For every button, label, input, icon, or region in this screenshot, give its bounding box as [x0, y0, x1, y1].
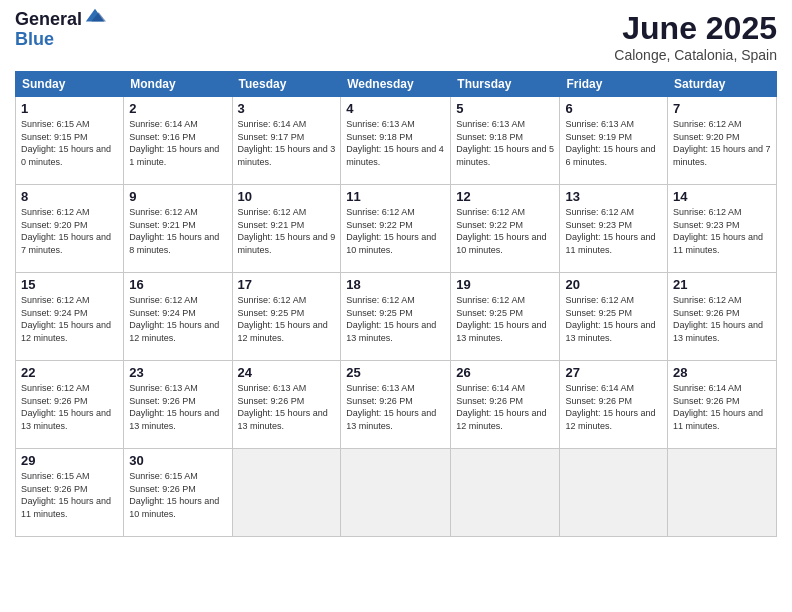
calendar-cell: 2Sunrise: 6:14 AMSunset: 9:16 PMDaylight…	[124, 97, 232, 185]
calendar-week-2: 15Sunrise: 6:12 AMSunset: 9:24 PMDayligh…	[16, 273, 777, 361]
calendar-week-3: 22Sunrise: 6:12 AMSunset: 9:26 PMDayligh…	[16, 361, 777, 449]
day-number: 9	[129, 189, 226, 204]
calendar-cell: 5Sunrise: 6:13 AMSunset: 9:18 PMDaylight…	[451, 97, 560, 185]
calendar-cell: 29Sunrise: 6:15 AMSunset: 9:26 PMDayligh…	[16, 449, 124, 537]
day-detail: Sunrise: 6:15 AMSunset: 9:26 PMDaylight:…	[129, 470, 226, 520]
calendar-table: Sunday Monday Tuesday Wednesday Thursday…	[15, 71, 777, 537]
day-number: 17	[238, 277, 336, 292]
day-detail: Sunrise: 6:13 AMSunset: 9:26 PMDaylight:…	[129, 382, 226, 432]
calendar-cell: 15Sunrise: 6:12 AMSunset: 9:24 PMDayligh…	[16, 273, 124, 361]
calendar-cell: 23Sunrise: 6:13 AMSunset: 9:26 PMDayligh…	[124, 361, 232, 449]
day-number: 21	[673, 277, 771, 292]
day-detail: Sunrise: 6:14 AMSunset: 9:16 PMDaylight:…	[129, 118, 226, 168]
calendar-week-4: 29Sunrise: 6:15 AMSunset: 9:26 PMDayligh…	[16, 449, 777, 537]
calendar-cell: 27Sunrise: 6:14 AMSunset: 9:26 PMDayligh…	[560, 361, 668, 449]
day-number: 14	[673, 189, 771, 204]
day-detail: Sunrise: 6:12 AMSunset: 9:26 PMDaylight:…	[673, 294, 771, 344]
calendar-cell: 6Sunrise: 6:13 AMSunset: 9:19 PMDaylight…	[560, 97, 668, 185]
calendar-cell: 17Sunrise: 6:12 AMSunset: 9:25 PMDayligh…	[232, 273, 341, 361]
calendar-cell: 25Sunrise: 6:13 AMSunset: 9:26 PMDayligh…	[341, 361, 451, 449]
calendar-cell: 10Sunrise: 6:12 AMSunset: 9:21 PMDayligh…	[232, 185, 341, 273]
logo-icon	[84, 5, 106, 27]
day-number: 27	[565, 365, 662, 380]
calendar-week-0: 1Sunrise: 6:15 AMSunset: 9:15 PMDaylight…	[16, 97, 777, 185]
day-detail: Sunrise: 6:12 AMSunset: 9:25 PMDaylight:…	[456, 294, 554, 344]
calendar-cell	[451, 449, 560, 537]
calendar-cell: 21Sunrise: 6:12 AMSunset: 9:26 PMDayligh…	[668, 273, 777, 361]
header-sunday: Sunday	[16, 72, 124, 97]
calendar-cell: 26Sunrise: 6:14 AMSunset: 9:26 PMDayligh…	[451, 361, 560, 449]
day-detail: Sunrise: 6:12 AMSunset: 9:25 PMDaylight:…	[565, 294, 662, 344]
day-number: 18	[346, 277, 445, 292]
calendar-cell: 9Sunrise: 6:12 AMSunset: 9:21 PMDaylight…	[124, 185, 232, 273]
day-number: 30	[129, 453, 226, 468]
day-detail: Sunrise: 6:12 AMSunset: 9:20 PMDaylight:…	[21, 206, 118, 256]
day-number: 13	[565, 189, 662, 204]
calendar-cell: 14Sunrise: 6:12 AMSunset: 9:23 PMDayligh…	[668, 185, 777, 273]
day-number: 7	[673, 101, 771, 116]
day-number: 2	[129, 101, 226, 116]
logo-text: General Blue	[15, 10, 106, 50]
day-detail: Sunrise: 6:14 AMSunset: 9:26 PMDaylight:…	[673, 382, 771, 432]
day-detail: Sunrise: 6:13 AMSunset: 9:26 PMDaylight:…	[238, 382, 336, 432]
day-number: 12	[456, 189, 554, 204]
day-detail: Sunrise: 6:12 AMSunset: 9:25 PMDaylight:…	[346, 294, 445, 344]
day-number: 5	[456, 101, 554, 116]
header: General Blue June 2025 Calonge, Cataloni…	[15, 10, 777, 63]
calendar-cell: 24Sunrise: 6:13 AMSunset: 9:26 PMDayligh…	[232, 361, 341, 449]
day-detail: Sunrise: 6:12 AMSunset: 9:24 PMDaylight:…	[21, 294, 118, 344]
day-detail: Sunrise: 6:12 AMSunset: 9:24 PMDaylight:…	[129, 294, 226, 344]
day-detail: Sunrise: 6:12 AMSunset: 9:22 PMDaylight:…	[456, 206, 554, 256]
calendar-cell: 12Sunrise: 6:12 AMSunset: 9:22 PMDayligh…	[451, 185, 560, 273]
day-number: 20	[565, 277, 662, 292]
day-number: 15	[21, 277, 118, 292]
day-number: 1	[21, 101, 118, 116]
day-detail: Sunrise: 6:12 AMSunset: 9:21 PMDaylight:…	[129, 206, 226, 256]
logo: General Blue	[15, 10, 106, 50]
day-detail: Sunrise: 6:14 AMSunset: 9:17 PMDaylight:…	[238, 118, 336, 168]
calendar-header-row: Sunday Monday Tuesday Wednesday Thursday…	[16, 72, 777, 97]
calendar-cell: 18Sunrise: 6:12 AMSunset: 9:25 PMDayligh…	[341, 273, 451, 361]
header-tuesday: Tuesday	[232, 72, 341, 97]
calendar-cell: 16Sunrise: 6:12 AMSunset: 9:24 PMDayligh…	[124, 273, 232, 361]
day-detail: Sunrise: 6:12 AMSunset: 9:26 PMDaylight:…	[21, 382, 118, 432]
day-detail: Sunrise: 6:15 AMSunset: 9:26 PMDaylight:…	[21, 470, 118, 520]
day-detail: Sunrise: 6:13 AMSunset: 9:19 PMDaylight:…	[565, 118, 662, 168]
calendar-cell: 11Sunrise: 6:12 AMSunset: 9:22 PMDayligh…	[341, 185, 451, 273]
day-number: 6	[565, 101, 662, 116]
day-number: 29	[21, 453, 118, 468]
calendar-cell: 22Sunrise: 6:12 AMSunset: 9:26 PMDayligh…	[16, 361, 124, 449]
day-detail: Sunrise: 6:12 AMSunset: 9:22 PMDaylight:…	[346, 206, 445, 256]
day-detail: Sunrise: 6:12 AMSunset: 9:20 PMDaylight:…	[673, 118, 771, 168]
logo-general: General	[15, 10, 82, 30]
day-detail: Sunrise: 6:14 AMSunset: 9:26 PMDaylight:…	[456, 382, 554, 432]
header-monday: Monday	[124, 72, 232, 97]
calendar-cell: 13Sunrise: 6:12 AMSunset: 9:23 PMDayligh…	[560, 185, 668, 273]
title-area: June 2025 Calonge, Catalonia, Spain	[614, 10, 777, 63]
day-detail: Sunrise: 6:12 AMSunset: 9:23 PMDaylight:…	[565, 206, 662, 256]
day-number: 4	[346, 101, 445, 116]
calendar-cell: 1Sunrise: 6:15 AMSunset: 9:15 PMDaylight…	[16, 97, 124, 185]
day-detail: Sunrise: 6:12 AMSunset: 9:23 PMDaylight:…	[673, 206, 771, 256]
day-number: 25	[346, 365, 445, 380]
day-detail: Sunrise: 6:14 AMSunset: 9:26 PMDaylight:…	[565, 382, 662, 432]
calendar-cell	[668, 449, 777, 537]
calendar-cell	[560, 449, 668, 537]
calendar-cell: 20Sunrise: 6:12 AMSunset: 9:25 PMDayligh…	[560, 273, 668, 361]
logo-blue: Blue	[15, 30, 106, 50]
day-number: 26	[456, 365, 554, 380]
calendar-cell: 28Sunrise: 6:14 AMSunset: 9:26 PMDayligh…	[668, 361, 777, 449]
calendar-cell: 8Sunrise: 6:12 AMSunset: 9:20 PMDaylight…	[16, 185, 124, 273]
day-number: 19	[456, 277, 554, 292]
day-number: 22	[21, 365, 118, 380]
day-number: 11	[346, 189, 445, 204]
day-number: 8	[21, 189, 118, 204]
day-number: 24	[238, 365, 336, 380]
title-month: June 2025	[614, 10, 777, 47]
calendar-cell: 3Sunrise: 6:14 AMSunset: 9:17 PMDaylight…	[232, 97, 341, 185]
calendar-cell	[232, 449, 341, 537]
day-detail: Sunrise: 6:13 AMSunset: 9:18 PMDaylight:…	[456, 118, 554, 168]
header-thursday: Thursday	[451, 72, 560, 97]
day-detail: Sunrise: 6:13 AMSunset: 9:18 PMDaylight:…	[346, 118, 445, 168]
calendar-week-1: 8Sunrise: 6:12 AMSunset: 9:20 PMDaylight…	[16, 185, 777, 273]
